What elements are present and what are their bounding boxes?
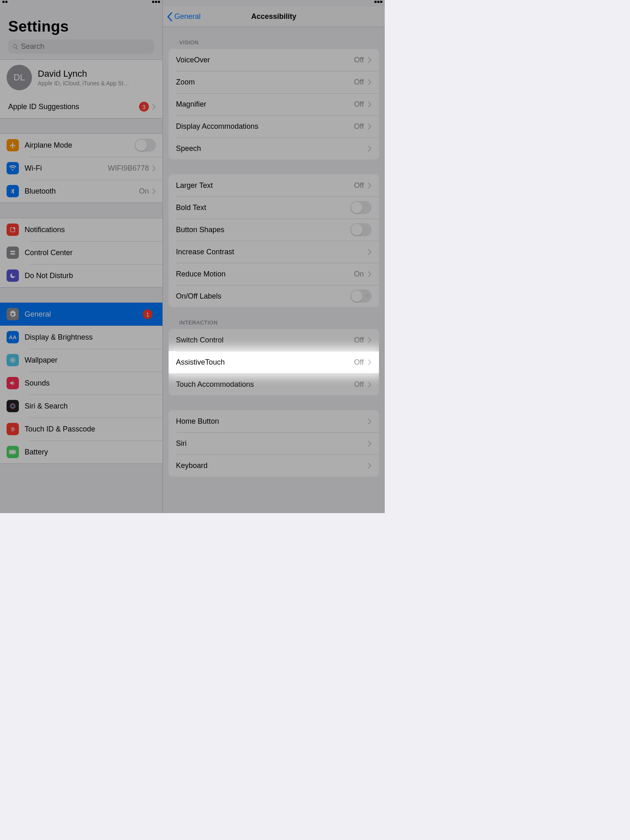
detail-pane: General Accessibility VISION VoiceOverOf…	[163, 0, 385, 513]
touchid-label: Touch ID & Passcode	[25, 425, 156, 434]
larger-text-value: Off	[354, 181, 364, 190]
assistive-touch-row[interactable]: AssistiveTouchOff	[169, 351, 379, 373]
section-header-interaction: INTERACTION	[163, 307, 385, 329]
notifications-icon	[7, 224, 19, 236]
search-icon	[12, 43, 18, 50]
touch-accommodations-row[interactable]: Touch AccommodationsOff	[169, 373, 379, 395]
fingerprint-icon	[7, 423, 19, 435]
increase-contrast-label: Increase Contrast	[176, 248, 368, 256]
badge: 1	[143, 309, 153, 319]
keyboard-row[interactable]: Keyboard	[169, 454, 379, 477]
zoom-value: Off	[354, 78, 364, 87]
apple-id-suggestions-row[interactable]: Apple ID Suggestions 3	[0, 95, 162, 118]
chevron-right-icon	[368, 57, 372, 63]
page-title: Settings	[0, 7, 162, 39]
magnifier-label: Magnifier	[176, 100, 354, 109]
dnd-row[interactable]: Do Not Disturb	[0, 264, 162, 287]
touchid-row[interactable]: Touch ID & Passcode	[0, 418, 162, 441]
siri-detail-row[interactable]: Siri	[169, 432, 379, 454]
chevron-left-icon	[167, 12, 173, 21]
assistive-touch-value: Off	[354, 358, 364, 367]
button-shapes-toggle[interactable]	[350, 223, 372, 236]
voiceover-value: Off	[354, 56, 364, 64]
wallpaper-icon	[7, 354, 19, 366]
home-button-row[interactable]: Home Button	[169, 410, 379, 432]
battery-row[interactable]: Battery	[0, 441, 162, 463]
bold-text-toggle[interactable]	[350, 201, 372, 214]
svg-rect-10	[10, 451, 14, 453]
chevron-right-icon	[152, 188, 156, 194]
wifi-icon	[7, 162, 19, 174]
chevron-right-icon	[152, 165, 156, 171]
chevron-right-icon	[368, 441, 372, 447]
general-row[interactable]: General 1	[0, 303, 162, 326]
zoom-row[interactable]: ZoomOff	[169, 71, 379, 93]
display-label: Display & Brightness	[25, 333, 156, 342]
vision-group: VoiceOverOff ZoomOff MagnifierOff Displa…	[169, 49, 379, 160]
more-group: Home Button Siri Keyboard	[169, 410, 379, 477]
speech-row[interactable]: Speech	[169, 137, 379, 160]
detail-scroll[interactable]: VISION VoiceOverOff ZoomOff MagnifierOff…	[163, 27, 385, 513]
siri-row[interactable]: Siri & Search	[0, 395, 162, 418]
display-acc-value: Off	[354, 122, 364, 131]
control-center-row[interactable]: Control Center	[0, 241, 162, 264]
apple-id-row[interactable]: DL David Lynch Apple ID, iCloud, iTunes …	[0, 60, 162, 95]
notifications-label: Notifications	[25, 226, 156, 234]
moon-icon	[7, 269, 19, 282]
increase-contrast-row[interactable]: Increase Contrast	[169, 241, 379, 263]
speech-label: Speech	[176, 144, 368, 153]
reduce-motion-value: On	[354, 270, 364, 278]
search-field[interactable]	[8, 39, 154, 54]
airplane-mode-row[interactable]: Airplane Mode	[0, 134, 162, 157]
wifi-value: WIFI9B6778	[108, 164, 149, 173]
display-accommodations-row[interactable]: Display AccommodationsOff	[169, 115, 379, 137]
svg-point-5	[12, 359, 14, 361]
notifications-row[interactable]: Notifications	[0, 218, 162, 241]
reduce-motion-row[interactable]: Reduce MotionOn	[169, 263, 379, 285]
magnifier-value: Off	[354, 100, 364, 109]
button-shapes-row[interactable]: Button Shapes	[169, 219, 379, 241]
chevron-right-icon	[368, 418, 372, 425]
svg-rect-3	[10, 253, 15, 254]
voiceover-label: VoiceOver	[176, 56, 354, 64]
bold-text-row[interactable]: Bold Text	[169, 196, 379, 219]
chevron-right-icon	[368, 123, 372, 130]
chevron-right-icon	[368, 463, 372, 469]
keyboard-label: Keyboard	[176, 461, 368, 470]
onoff-labels-label: On/Off Labels	[176, 292, 350, 301]
battery-label: Battery	[25, 448, 156, 457]
display-row[interactable]: AA Display & Brightness	[0, 326, 162, 349]
general-label: General	[25, 310, 143, 319]
battery-icon	[7, 446, 19, 458]
interaction-group: Switch ControlOff AssistiveTouchOff Touc…	[169, 329, 379, 395]
switch-control-row[interactable]: Switch ControlOff	[169, 329, 379, 351]
home-button-label: Home Button	[176, 417, 368, 426]
airplane-toggle[interactable]	[135, 139, 156, 152]
section-header-vision: VISION	[163, 27, 385, 49]
back-label: General	[174, 12, 201, 21]
sounds-row[interactable]: Sounds	[0, 372, 162, 395]
onoff-labels-row[interactable]: On/Off Labels	[169, 285, 379, 307]
svg-point-7	[11, 404, 14, 408]
airplane-icon	[7, 139, 19, 151]
avatar: DL	[7, 65, 32, 90]
control-center-label: Control Center	[25, 249, 156, 257]
chevron-right-icon	[368, 337, 372, 343]
bluetooth-row[interactable]: Bluetooth On	[0, 180, 162, 203]
chevron-right-icon	[368, 101, 372, 107]
nav-bar: General Accessibility	[163, 7, 385, 27]
search-input[interactable]	[21, 42, 150, 51]
back-button[interactable]: General	[167, 12, 201, 21]
onoff-labels-toggle[interactable]	[350, 290, 372, 303]
gear-icon	[7, 308, 19, 320]
touch-acc-label: Touch Accommodations	[176, 380, 354, 389]
wallpaper-row[interactable]: Wallpaper	[0, 349, 162, 372]
bluetooth-icon	[7, 185, 19, 197]
voiceover-row[interactable]: VoiceOverOff	[169, 49, 379, 71]
magnifier-row[interactable]: MagnifierOff	[169, 93, 379, 115]
badge: 3	[139, 102, 149, 112]
wifi-row[interactable]: Wi-Fi WIFI9B6778	[0, 157, 162, 180]
chevron-right-icon	[368, 146, 372, 152]
larger-text-row[interactable]: Larger TextOff	[169, 174, 379, 196]
siri-detail-label: Siri	[176, 439, 368, 448]
